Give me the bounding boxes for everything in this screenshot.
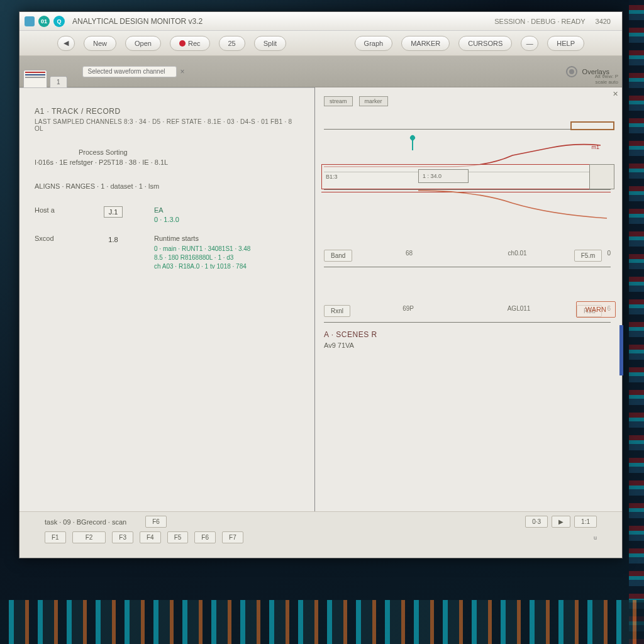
overlay-toggle-icon[interactable] <box>566 66 577 77</box>
colb-3: AGL011 <box>466 305 572 317</box>
section-1-title: A1 · TRACK / RECORD <box>35 107 299 116</box>
scenes-panel-sub: Av9 71VA <box>324 341 354 349</box>
open-button[interactable]: Open <box>125 36 161 51</box>
footer-ratio[interactable]: 1:1 <box>574 516 597 528</box>
waveform-curve-2 <box>324 187 613 231</box>
graph-pane: ✕ stream marker m1 B1:3 <box>315 87 622 533</box>
scenes-panel-title: A · SCENES R <box>324 330 377 339</box>
col-1[interactable]: Band <box>324 250 352 262</box>
nav-back-button[interactable]: ◀ <box>57 36 75 51</box>
cursors-button[interactable]: CURSORS <box>458 36 512 51</box>
fkey-5[interactable]: F5 <box>167 531 189 543</box>
col-5: 0 <box>607 250 611 262</box>
section-process: Process Sorting I·016s · 1E refstger · P… <box>35 148 299 166</box>
runtime-line-1: 0 · main · RUNT1 · 34081S1 · 3.48 <box>154 245 250 252</box>
tab-well: 1 <box>19 56 70 87</box>
info-pane: A1 · TRACK / RECORD LAST SAMPLED CHANNEL… <box>19 87 315 533</box>
track-inner: 1 : 34.0 <box>418 169 469 183</box>
split-button[interactable]: Split <box>254 36 286 51</box>
runtime-title: Runtime starts <box>154 235 250 242</box>
document-tab-1[interactable]: 1 <box>50 76 67 87</box>
track-segment-a <box>570 121 614 130</box>
track-end-cap <box>589 164 614 189</box>
host-value-box[interactable]: J.1 <box>104 206 123 218</box>
graph-button[interactable]: Graph <box>355 36 393 51</box>
host-ext-2: 0 · 1.3.0 <box>154 216 179 223</box>
colb-1[interactable]: Rxnl <box>324 305 350 317</box>
session-badge-2: Q <box>53 16 65 27</box>
legend-marker[interactable]: marker <box>359 96 388 106</box>
host-ext-1: EA <box>154 206 179 214</box>
close-field-icon[interactable]: × <box>180 67 185 76</box>
section-2-label: Process Sorting <box>35 148 299 156</box>
sxcod-row: Sxcod 1.8 Runtime starts 0 · main · RUNT… <box>35 235 299 270</box>
ribbon-meta-2: scale auto <box>595 80 618 86</box>
section-aligns: ALIGNS · RANGES · 1 · dataset · 1 · lsm <box>35 182 299 190</box>
footer-chip-a[interactable]: F6 <box>145 516 167 528</box>
col-2: 68 <box>357 250 460 262</box>
section-2-line: I·016s · 1E refstger · P25T18 · 38 · IE … <box>35 158 299 166</box>
column-row-2: Rxnl 69P AGL011 R3a 6 <box>324 305 611 317</box>
runtime-line-3: ch A03 · R18A.0 · 1 tv 1018 · 784 <box>154 263 250 270</box>
host-label: Host a <box>35 206 72 214</box>
warn-callout[interactable]: WARN <box>576 301 616 318</box>
footer-unit: u <box>594 535 597 541</box>
waveform-diagram[interactable]: m1 B1:3 1 : 34.0 <box>324 111 611 237</box>
app-logo-icon <box>25 16 35 26</box>
host-row: Host a J.1 EA 0 · 1.3.0 <box>35 206 299 223</box>
new-button[interactable]: New <box>84 36 116 51</box>
glitch-edge-bottom <box>0 600 644 644</box>
scrollbar-thumb[interactable] <box>619 325 623 375</box>
session-badge-1: 01 <box>38 16 50 27</box>
colb-2: 69P <box>355 305 461 317</box>
fkey-3[interactable]: F3 <box>112 531 133 543</box>
footer-zoom[interactable]: 0·3 <box>525 516 548 528</box>
column-row-1: Band 68 ch0.01 F5.m 0 <box>324 250 611 262</box>
sxcod-value: 1.8 <box>104 235 123 245</box>
channel-selector[interactable]: Selected waveform channel <box>82 66 177 77</box>
section-track-record: A1 · TRACK / RECORD LAST SAMPLED CHANNEL… <box>35 107 299 132</box>
fkey-4[interactable]: F4 <box>140 531 161 543</box>
col-4[interactable]: F5.m <box>574 250 602 262</box>
session-counter: 3420 <box>596 18 611 25</box>
track-inner-label: 1 : 34.0 <box>423 173 441 179</box>
track-main-label-1: B1:3 <box>326 174 338 180</box>
legend-stream[interactable]: stream <box>324 96 353 106</box>
footer-play-icon[interactable]: ▶ <box>552 516 570 528</box>
fkey-6[interactable]: F6 <box>194 531 216 543</box>
runtime-line-2: 8.5 · 180 R8168880L · 1 · d3 <box>154 254 250 261</box>
col-3: ch0.01 <box>466 250 569 262</box>
pane-close-icon[interactable]: ✕ <box>613 90 618 98</box>
sxcod-label: Sxcod <box>35 235 72 242</box>
record-button[interactable]: Rec <box>170 36 210 51</box>
glitch-edge-right <box>629 0 644 644</box>
app-window: 01 Q ANALYTICAL DESIGN MONITOR v3.2 SESS… <box>19 11 623 558</box>
fkey-2[interactable]: F2 <box>72 531 106 543</box>
content-split: A1 · TRACK / RECORD LAST SAMPLED CHANNEL… <box>19 87 622 533</box>
window-title: ANALYTICAL DESIGN MONITOR v3.2 <box>72 17 491 26</box>
status-footer: task · 09 · BGrecord · scan F6 0·3 ▶ 1:1… <box>19 511 622 558</box>
collapse-button[interactable]: — <box>521 36 538 51</box>
help-button[interactable]: HELP <box>547 36 584 51</box>
footer-status-text: task · 09 · BGrecord · scan <box>45 518 126 526</box>
status-hint: SESSION · DEBUG · READY <box>494 18 585 25</box>
titlebar: 01 Q ANALYTICAL DESIGN MONITOR v3.2 SESS… <box>19 12 622 31</box>
document-ribbon: 1 Selected waveform channel × Overlays A… <box>19 56 622 87</box>
section-3-line: ALIGNS · RANGES · 1 · dataset · 1 · lsm <box>35 182 299 190</box>
main-toolbar: ◀ New Open Rec 25 Split Graph MARKER CUR… <box>19 31 622 56</box>
ribbon-meta: Alt view: P scale auto <box>595 74 618 86</box>
marker-button[interactable]: MARKER <box>401 36 450 51</box>
section-1-subtitle: LAST SAMPLED CHANNELS 8:3 · 34 · D5 · RE… <box>35 118 299 132</box>
preset-button[interactable]: 25 <box>219 36 245 51</box>
fkey-1[interactable]: F1 <box>45 531 66 543</box>
document-tab-thumb[interactable] <box>23 70 47 87</box>
fkey-7[interactable]: F7 <box>222 531 243 543</box>
legend-row: stream marker <box>324 96 611 106</box>
